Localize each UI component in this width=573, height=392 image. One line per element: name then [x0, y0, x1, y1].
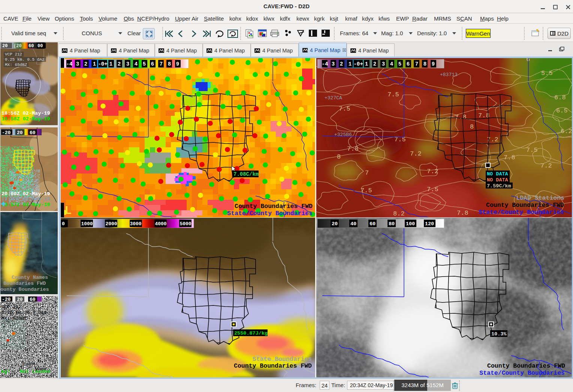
svg-text:7.2: 7.2: [540, 162, 552, 169]
svg-text:State Boundaries: State Boundaries: [253, 356, 312, 363]
svg-text:6: 6: [151, 61, 154, 67]
svg-text:7.5: 7.5: [427, 186, 438, 193]
svg-text:8: 8: [168, 61, 171, 67]
svg-text:+327CA: +327CA: [325, 95, 342, 101]
svg-text:1: 1: [93, 61, 96, 67]
svg-text:7.5: 7.5: [526, 147, 538, 154]
svg-text:State/County Boundaries: State/County Boundaries: [227, 210, 313, 217]
svg-text:3: 3: [382, 61, 385, 67]
svg-text:2: 2: [84, 61, 87, 67]
svg-text:1: 1: [349, 61, 352, 67]
svg-text:19:57Z 02-May-19: 19:57Z 02-May-19: [1, 196, 50, 202]
svg-text:County Boundaries FWD: County Boundaries FWD: [487, 362, 565, 370]
svg-text:4: 4: [390, 61, 393, 67]
svg-text:kg!: kg!: [1, 369, 10, 374]
svg-text:6: 6: [526, 58, 530, 63]
svg-text:Not Loaded: Not Loaded: [20, 369, 50, 374]
svg-text:9: 9: [432, 61, 435, 67]
svg-text:ounty Boundaries: ounty Boundaries: [0, 287, 49, 292]
svg-text:VCP 212: VCP 212: [5, 52, 22, 57]
svg-text:7: 7: [160, 61, 163, 67]
svg-text:1000: 1000: [81, 221, 93, 227]
svg-text:5: 5: [143, 61, 146, 67]
svg-text:7.08C/km: 7.08C/km: [233, 171, 259, 177]
svg-text:19:57Z 02-May-19: 19:57Z 02-May-19: [1, 202, 50, 208]
svg-text:20:00Z 02-May-19: 20:00Z 02-May-19: [1, 191, 50, 197]
svg-text:18:58Z 02-May-19: 18:58Z 02-May-19: [1, 116, 50, 122]
svg-text:-4: -4: [66, 61, 73, 67]
svg-text:10.3%: 10.3%: [491, 331, 507, 337]
svg-text:+83713: +83713: [440, 72, 458, 78]
svg-text:2550.87J/kg: 2550.87J/kg: [234, 331, 268, 336]
svg-text:-20: -20: [2, 130, 11, 136]
svg-text:7.2: 7.2: [427, 168, 438, 175]
svg-text:NO DATA: NO DATA: [487, 171, 509, 177]
svg-text:-0+: -0+: [98, 61, 107, 67]
svg-text:6.8: 6.8: [554, 94, 566, 101]
svg-text:20: 20: [17, 130, 23, 136]
svg-text:County Boundaries FWD: County Boundaries FWD: [234, 362, 312, 370]
svg-text:60: 60: [28, 43, 34, 49]
svg-text:7.5: 7.5: [387, 91, 399, 98]
svg-text:3: 3: [126, 61, 129, 67]
svg-text:3: 3: [332, 61, 335, 67]
svg-text:County Names: County Names: [12, 275, 48, 280]
svg-text:7: 7: [415, 61, 418, 67]
svg-text:5: 5: [398, 61, 401, 67]
svg-text:100: 100: [406, 221, 415, 227]
svg-text:60: 60: [370, 221, 376, 227]
svg-text:0: 0: [62, 221, 65, 227]
svg-text:6.5: 6.5: [556, 107, 568, 114]
svg-text:-20: -20: [2, 297, 11, 302]
svg-text:2: 2: [340, 61, 343, 67]
svg-text:NO DATA: NO DATA: [487, 177, 509, 183]
svg-text:2: 2: [118, 61, 121, 67]
svg-text:7.5: 7.5: [339, 105, 350, 112]
svg-text:LDAD Stations: LDAD Stations: [516, 195, 564, 202]
svg-text:7.5: 7.5: [361, 187, 372, 194]
svg-text:8: 8: [423, 61, 426, 67]
svg-text:8: 8: [337, 153, 341, 160]
svg-text:8.2: 8.2: [393, 210, 405, 217]
svg-text:3: 3: [76, 61, 79, 67]
svg-text:5000: 5000: [180, 221, 191, 227]
svg-text:7.2: 7.2: [410, 150, 422, 157]
svg-text:3000: 3000: [130, 221, 141, 227]
svg-text:18:56Z 02-May-19: 18:56Z 02-May-19: [1, 111, 50, 116]
svg-text:80: 80: [389, 221, 395, 227]
svg-text:County Boundaries FWD: County Boundaries FWD: [235, 203, 313, 210]
svg-text:6: 6: [407, 61, 410, 67]
svg-text:State/County Boundaries: State/County Boundaries: [479, 209, 564, 216]
svg-text:0.25 km. 0.5 dAz: 0.25 km. 0.5 dAz: [5, 57, 45, 62]
svg-text:L: L: [64, 204, 72, 217]
svg-text:1: 1: [109, 61, 112, 67]
svg-text:7.8: 7.8: [457, 209, 468, 217]
svg-text:2: 2: [373, 61, 376, 67]
svg-text:20: 20: [332, 221, 338, 227]
svg-text:County Boundaries FWD: County Boundaries FWD: [486, 202, 564, 209]
svg-text:60: 60: [30, 130, 36, 136]
svg-text:7.8: 7.8: [455, 114, 467, 121]
svg-text:tion: tion: [23, 361, 34, 367]
svg-text:20: 20: [17, 297, 23, 302]
svg-text:7: 7: [365, 169, 369, 177]
svg-text:2000: 2000: [105, 221, 117, 227]
svg-text:7.59C/km: 7.59C/km: [487, 183, 511, 189]
svg-text:+325B6: +325B6: [334, 132, 352, 138]
svg-text:-0+: -0+: [353, 61, 363, 67]
svg-text:Boundaries FWD: Boundaries FWD: [3, 281, 46, 286]
svg-text:MX: 63dBZ: MX: 63dBZ: [1, 316, 27, 321]
svg-text:00: 00: [37, 43, 43, 49]
svg-text:9: 9: [176, 61, 179, 67]
svg-text:(20: (20: [13, 43, 22, 49]
svg-text:State/County Boundaries: State/County Boundaries: [479, 370, 565, 377]
svg-text:-4: -4: [322, 61, 328, 67]
svg-text:1: 1: [365, 61, 368, 67]
svg-text:40: 40: [350, 221, 356, 227]
svg-text:0.25 km. 0.5 dAz: 0.25 km. 0.5 dAz: [1, 310, 46, 316]
svg-text:4: 4: [135, 61, 138, 67]
svg-text:MX: 65dBZ: MX: 65dBZ: [5, 63, 27, 67]
svg-text:VCP 212: VCP 212: [1, 305, 21, 310]
svg-text:8: 8: [470, 123, 474, 130]
svg-text:4000: 4000: [155, 221, 166, 227]
